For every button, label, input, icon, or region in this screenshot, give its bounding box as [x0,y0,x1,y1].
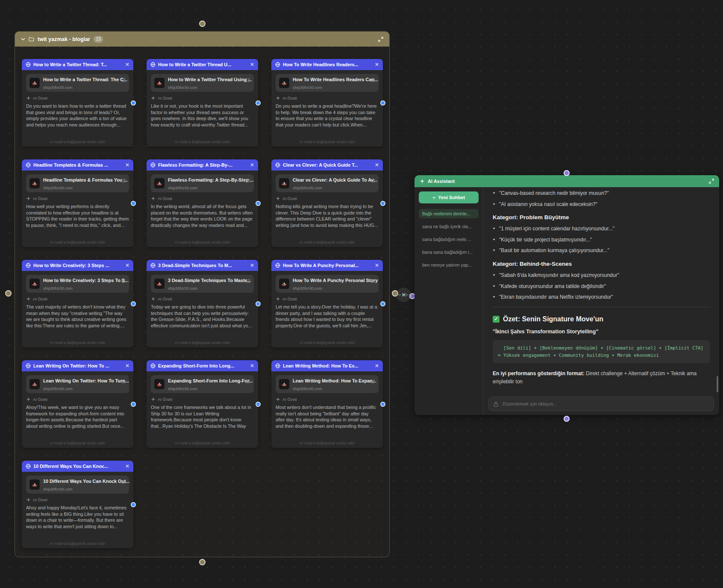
connection-handle[interactable] [131,502,136,507]
connection-handle[interactable] [256,301,261,306]
note-card[interactable]: How to Write a Twitter Thread U... ✕ How… [147,59,258,147]
close-icon[interactable]: ✕ [375,162,379,168]
note-card[interactable]: How To Write A Punchy Personal... ✕ How … [271,260,383,347]
link-preview[interactable]: How To Write Headlines Readers Can... sh… [276,74,379,92]
assistant-header[interactable]: AI Assistant [414,175,719,187]
note-card-header[interactable]: How to Write a Twitter Thread U... ✕ [147,59,258,70]
close-icon[interactable]: ✕ [250,62,254,67]
group-top-handle[interactable] [199,21,206,27]
chat-list-item[interactable]: ben nereye yatırım yap... [419,260,479,270]
link-preview[interactable]: Headline Templates & Formulas You ... sh… [26,174,129,192]
note-card-header[interactable]: How To Write Headlines Readers... ✕ [271,59,383,70]
assistant-input-bar[interactable] [488,397,714,411]
expand-icon[interactable] [709,179,714,184]
group-header[interactable]: twit yazmak - bloglar 13 [15,32,389,47]
link-preview[interactable]: How to Write Creatively: 3 Steps To S...… [26,275,129,293]
close-icon[interactable]: ✕ [125,363,129,368]
close-icon[interactable]: ✕ [250,363,254,368]
connection-handle[interactable] [380,201,385,206]
connection-handle[interactable] [131,301,136,306]
note-card-header[interactable]: Lean Writing On Twitter: How To ... ✕ [22,360,133,371]
note-card-header[interactable]: How to Write a Twitter Thread: T... ✕ [22,59,133,70]
edge-delete-button[interactable]: ✕ [397,288,411,302]
note-card[interactable]: How To Write Headlines Readers... ✕ How … [271,59,383,147]
note-card-header[interactable]: How to Write Creatively: 3 Steps ... ✕ [22,260,133,271]
external-link-icon[interactable] [370,279,375,283]
note-card-header[interactable]: Headline Templates & Formulas ... ✕ [22,159,133,171]
external-link-icon[interactable] [121,379,126,384]
connection-handle[interactable] [380,301,385,306]
note-card[interactable]: Lean Writing On Twitter: How To ... ✕ Le… [22,360,133,448]
external-link-icon[interactable] [121,78,126,82]
connection-handle[interactable] [131,402,136,407]
external-link-icon[interactable] [370,379,375,384]
link-preview[interactable]: Lean Writing Method: How To Expan... shi… [276,375,379,393]
link-preview[interactable]: Clear vs Clever: A Quick Guide To Av... … [276,174,379,192]
group-left-handle[interactable] [5,290,12,297]
link-preview[interactable]: 10 Different Ways You Can Knock Out... s… [26,476,129,494]
note-card[interactable]: Clear vs Clever: A Quick Guide T... ✕ Cl… [271,159,383,247]
link-preview[interactable]: How to Write a Twitter Thread: The C... … [26,74,129,92]
close-icon[interactable]: ✕ [125,162,129,168]
link-preview[interactable]: Flawless Formatting: A Step-By-Step ... … [151,174,254,192]
chat-list-item[interactable]: bana sana bağladığım r... [419,247,479,257]
assistant-bottom-handle[interactable] [564,416,570,422]
connection-handle[interactable] [380,402,385,407]
external-link-icon[interactable] [370,78,375,82]
new-chat-button[interactable]: + Yeni Sohbet [419,191,479,203]
canvas[interactable]: twit yazmak - bloglar 13 How to Write a … [0,0,723,588]
note-card[interactable]: Headline Templates & Formulas ... ✕ Head… [22,159,133,247]
group-twit-yazmak[interactable]: twit yazmak - bloglar 13 How to Write a … [15,31,390,557]
note-card-header[interactable]: Expanding Short-Form Into Long... ✕ [147,360,258,371]
close-icon[interactable]: ✕ [250,162,254,168]
close-icon[interactable]: ✕ [375,263,379,268]
close-icon[interactable]: ✕ [125,464,129,469]
note-card[interactable]: How to Write Creatively: 3 Steps ... ✕ H… [22,260,133,347]
close-icon[interactable]: ✕ [250,263,254,268]
note-card-header[interactable]: How To Write A Punchy Personal... ✕ [271,260,383,271]
external-link-icon[interactable] [121,479,126,484]
close-icon[interactable]: ✕ [375,62,379,67]
scrollbar-thumb[interactable] [717,376,718,392]
note-card[interactable]: 10 Different Ways You Can Knoc... ✕ 10 D… [22,461,133,548]
external-link-icon[interactable] [121,279,126,283]
note-card[interactable]: Lean Writing Method: How To Ex... ✕ Lean… [271,360,383,448]
chat-list-item[interactable]: sana bağladığım reels ... [419,235,479,244]
note-card-header[interactable]: Flawless Formatting: A Step-By-... ✕ [147,159,258,171]
external-link-icon[interactable] [370,178,375,183]
note-card[interactable]: How to Write a Twitter Thread: T... ✕ Ho… [22,59,133,147]
link-preview[interactable]: How To Write A Punchy Personal Story shi… [276,275,379,293]
note-card[interactable]: Flawless Formatting: A Step-By-... ✕ Fla… [147,159,258,247]
note-card-header[interactable]: 3 Dead-Simple Techniques To M... ✕ [147,260,258,271]
external-link-icon[interactable] [246,78,250,82]
close-icon[interactable]: ✕ [125,62,129,67]
assistant-message-area[interactable]: "Canvas-based research nedir bilmiyor mu… [483,187,719,415]
connection-handle[interactable] [131,201,136,206]
note-card-header[interactable]: 10 Different Ways You Can Knoc... ✕ [22,461,133,472]
connection-handle[interactable] [380,100,385,106]
external-link-icon[interactable] [121,178,126,183]
assistant-input[interactable] [502,401,709,407]
note-card-header[interactable]: Clear vs Clever: A Quick Guide T... ✕ [271,159,383,171]
note-card[interactable]: Expanding Short-Form Into Long... ✕ Expa… [147,360,258,448]
connection-handle[interactable] [256,201,261,206]
close-icon[interactable]: ✕ [125,263,129,268]
ai-assistant-panel[interactable]: AI Assistant + Yeni Sohbet Bağlı reeller… [414,175,719,415]
connection-handle[interactable] [256,402,261,407]
connection-handle[interactable] [256,100,261,106]
external-link-icon[interactable] [246,379,250,384]
link-preview[interactable]: Expanding Short-Form Into Long-For... sh… [151,375,254,393]
link-preview[interactable]: Lean Writing On Twitter: How To Turn... … [26,375,129,393]
external-link-icon[interactable] [246,279,250,283]
expand-icon[interactable] [378,37,383,42]
note-card-header[interactable]: Lean Writing Method: How To Ex... ✕ [271,360,383,371]
chat-list-item[interactable]: Bağlı reellerimi derinle... [419,209,479,218]
chat-list-item[interactable]: sana ne bağlı içerik ola... [419,222,479,231]
link-preview[interactable]: 3 Dead-Simple Techniques To Maste... shi… [151,275,254,293]
external-link-icon[interactable] [246,178,250,183]
assistant-top-handle[interactable] [564,170,570,176]
note-card[interactable]: 3 Dead-Simple Techniques To M... ✕ 3 Dea… [147,260,258,347]
chevron-down-icon[interactable] [21,38,25,41]
connection-handle[interactable] [131,100,136,106]
close-icon[interactable]: ✕ [375,363,379,368]
